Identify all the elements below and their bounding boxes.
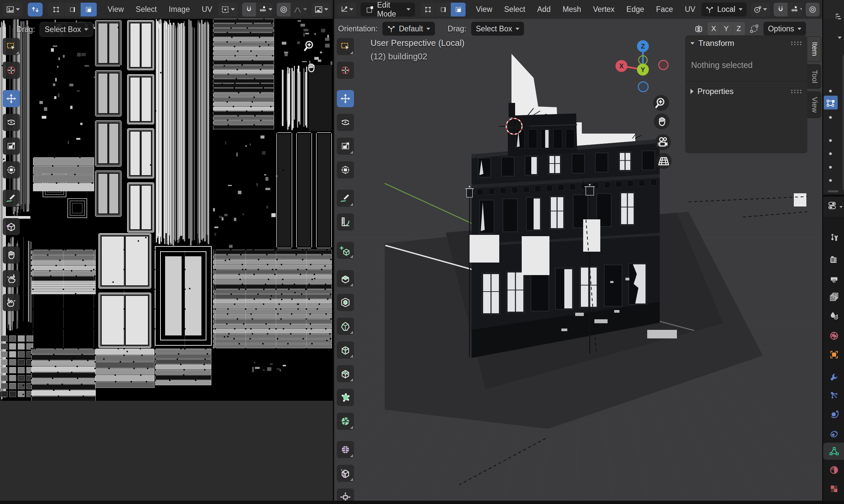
vp-menu-select[interactable]: Select [498, 3, 531, 17]
properties-tab-scene[interactable] [823, 307, 844, 324]
edge-slide-tool[interactable] [337, 465, 354, 482]
pan-button[interactable] [654, 113, 670, 129]
measure-tool[interactable] [337, 213, 354, 231]
properties-editor-icon[interactable] [827, 200, 837, 211]
uv-falloff-dropdown[interactable] [291, 3, 307, 17]
uv-zoom-gizmo[interactable] [303, 39, 316, 52]
transform-tool[interactable] [337, 161, 354, 178]
uv-sync-select-toggle[interactable] [28, 3, 42, 17]
bevel-tool[interactable] [337, 318, 354, 335]
outliner-item-dot[interactable] [829, 90, 832, 92]
rip-region-tool[interactable] [3, 218, 20, 235]
outliner-item-dot[interactable] [829, 116, 832, 119]
properties-tab-world[interactable] [823, 327, 844, 344]
properties-tab-data[interactable] [823, 443, 844, 460]
viewport-editor-type-dropdown[interactable] [337, 3, 356, 17]
tweak-tool[interactable] [337, 38, 354, 55]
inset-faces-tool[interactable] [337, 294, 354, 311]
edge-mode-button[interactable] [64, 3, 81, 17]
transform-tool[interactable] [3, 161, 20, 178]
rotate-tool[interactable] [337, 114, 354, 131]
uv-menu-select[interactable]: Select [130, 3, 163, 17]
cursor-tool[interactable] [3, 62, 20, 79]
edge-mode-button[interactable] [435, 3, 451, 17]
uv-menu-image[interactable]: Image [163, 3, 196, 17]
scale-tool[interactable] [337, 138, 354, 155]
uv-menu-uv[interactable]: UV [196, 3, 218, 17]
smooth-tool[interactable] [337, 441, 354, 458]
uv-drag-select-dropdown[interactable]: Select Box [40, 22, 93, 37]
properties-tab-constraints[interactable] [823, 425, 844, 442]
sidebar-tab-item[interactable]: Item [807, 36, 821, 62]
camera-view-button[interactable] [655, 134, 671, 150]
move-tool[interactable] [337, 90, 354, 107]
face-mode-button[interactable] [451, 3, 466, 17]
vp-menu-vertex[interactable]: Vertex [587, 3, 620, 17]
properties-tab-tool[interactable] [823, 229, 844, 246]
uv-editor-region[interactable]: Drag: Select Box [0, 19, 333, 501]
vp-menu-face[interactable]: Face [650, 3, 679, 17]
uv-display-channels-dropdown[interactable] [312, 3, 331, 17]
panel-grip-icon[interactable] [791, 90, 802, 93]
poly-build-tool[interactable] [337, 389, 354, 406]
vp-menu-add[interactable]: Add [531, 3, 557, 17]
outliner-item-dot[interactable] [829, 179, 832, 182]
outliner-collapse-chevron[interactable] [838, 39, 842, 45]
transform-panel-header[interactable]: Transform [685, 35, 807, 51]
snap-target-dropdown[interactable] [788, 3, 802, 17]
outliner-item-dot[interactable] [829, 152, 832, 155]
properties-tab-render[interactable] [823, 251, 844, 269]
uv-menu-view[interactable]: View [102, 3, 130, 17]
outliner-scrollbar[interactable] [843, 54, 844, 190]
grab-tool[interactable] [3, 246, 20, 264]
viewport-region[interactable]: Orientation: Default Drag: Select Box XY… [334, 19, 822, 504]
outliner-item-dot[interactable] [829, 139, 832, 142]
vertex-mode-button[interactable] [48, 3, 64, 17]
loop-cut-tool[interactable] [337, 341, 354, 359]
rotate-tool[interactable] [3, 114, 20, 131]
panel-grip-icon[interactable] [791, 41, 802, 45]
move-tool[interactable] [3, 90, 20, 107]
uv-snap-target-dropdown[interactable] [256, 3, 272, 17]
vertex-mode-button[interactable] [420, 3, 435, 17]
properties-tab-object[interactable] [823, 346, 844, 363]
orientation-default-dropdown[interactable]: Default [382, 21, 435, 36]
mirror-z-button[interactable]: Z [733, 22, 745, 35]
tweak-tool[interactable] [3, 38, 20, 55]
cursor-tool[interactable] [337, 62, 354, 79]
scale-tool[interactable] [3, 138, 20, 155]
properties-tab-texture[interactable] [823, 480, 844, 498]
spin-tool[interactable] [337, 413, 354, 430]
properties-tab-output[interactable] [823, 271, 844, 288]
outliner-hscrollbar[interactable] [828, 190, 838, 192]
face-mode-button[interactable] [81, 3, 97, 17]
knife-tool[interactable] [337, 365, 354, 382]
properties-panel-header[interactable]: Properties [685, 84, 807, 99]
mirror-y-button[interactable]: Y [720, 22, 733, 35]
transform-orientation-dropdown[interactable]: Local [701, 3, 746, 17]
vp-menu-edge[interactable]: Edge [620, 3, 650, 17]
mode-dropdown[interactable]: Edit Mode [361, 3, 415, 17]
extrude-region-tool[interactable] [337, 270, 354, 287]
proportional-editing-toggle[interactable] [806, 3, 820, 17]
properties-tab-physics[interactable] [823, 406, 844, 422]
relax-tool[interactable] [3, 270, 20, 287]
pinch-tool[interactable] [3, 294, 20, 311]
add-cube-tool[interactable] [337, 242, 354, 259]
uv-canvas[interactable] [0, 19, 333, 401]
sidebar-tab-tool[interactable]: Tool [807, 64, 821, 89]
editor-divider[interactable] [333, 0, 334, 504]
properties-tab-modifiers[interactable] [823, 368, 844, 385]
uv-snap-toggle[interactable] [242, 3, 256, 17]
vp-menu-uv[interactable]: UV [679, 3, 701, 17]
uv-editor-type-dropdown[interactable] [3, 3, 22, 17]
properties-tab-particles[interactable] [823, 386, 844, 404]
properties-tab-view-layer[interactable] [823, 288, 844, 305]
uv-pan-gizmo[interactable] [305, 61, 318, 74]
pivot-point-dropdown[interactable] [751, 3, 770, 17]
vp-menu-view[interactable]: View [470, 3, 498, 17]
vp-drag-select-dropdown[interactable]: Select Box [471, 21, 524, 36]
sidebar-tab-view[interactable]: View [807, 91, 821, 118]
annotate-tool[interactable] [337, 190, 354, 207]
vp-menu-mesh[interactable]: Mesh [557, 3, 587, 17]
